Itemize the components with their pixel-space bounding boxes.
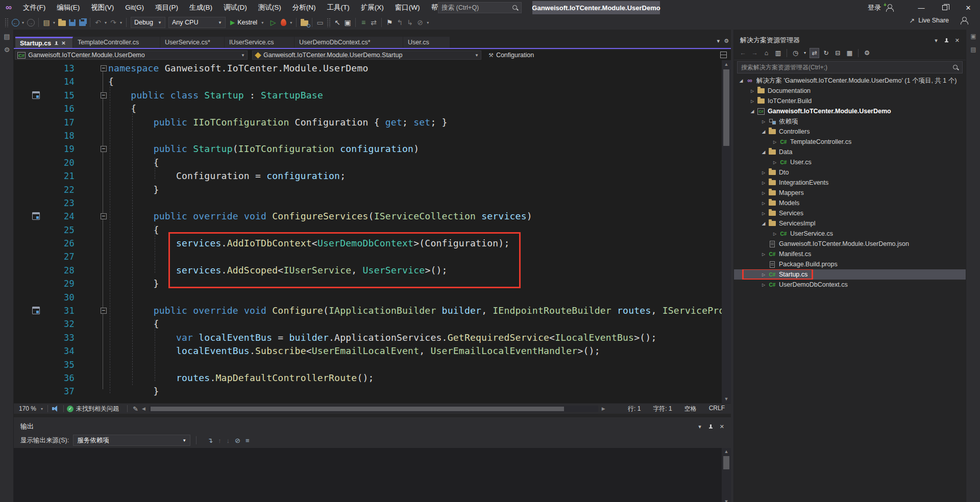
platform-combo[interactable]: Any CPU▼ bbox=[168, 17, 226, 28]
scroll-right-icon[interactable]: ▶ bbox=[600, 406, 607, 411]
tree-item-ServicesImpl[interactable]: ◢ServicesImpl bbox=[734, 218, 966, 229]
scroll-left-icon[interactable]: ◀ bbox=[140, 406, 147, 411]
tree-item-UserService.cs[interactable]: ▷C#UserService.cs bbox=[734, 229, 966, 239]
tree-chevron-icon[interactable]: ▷ bbox=[760, 283, 768, 287]
line-ending-indicator[interactable]: CRLF bbox=[703, 405, 731, 413]
tree-item-[interactable]: ▷依赖项 bbox=[734, 116, 966, 127]
menu-item-0[interactable]: 文件(F) bbox=[17, 0, 51, 15]
menu-item-9[interactable]: 工具(T) bbox=[322, 0, 355, 15]
menu-item-3[interactable]: Git(G) bbox=[119, 0, 150, 15]
tree-chevron-icon[interactable]: ▷ bbox=[760, 181, 768, 185]
fold-collapse-icon[interactable]: − bbox=[101, 146, 107, 152]
restore-button[interactable] bbox=[933, 0, 957, 15]
save-all-icon[interactable] bbox=[77, 17, 87, 28]
clear-all-icon[interactable]: ⊘ bbox=[235, 437, 240, 444]
clear-bookmarks-icon[interactable]: ⊘ bbox=[415, 17, 425, 28]
next-bookmark-icon[interactable]: ↳ bbox=[405, 17, 415, 28]
indentation-indicator[interactable]: 空格 bbox=[678, 405, 703, 413]
tab-UserDemoDbContext.cs[interactable]: UserDemoDbContext.cs* bbox=[295, 37, 403, 48]
find-in-files-icon[interactable] bbox=[299, 17, 309, 28]
close-button[interactable]: ✕ bbox=[957, 0, 980, 15]
pending-changes-filter-icon[interactable]: ◷ bbox=[791, 48, 800, 58]
caret-line-indicator[interactable]: 行: 1 bbox=[622, 405, 647, 413]
code-editor[interactable]: 13−namespace Ganweisoft.IoTCenter.Module… bbox=[14, 60, 731, 403]
output-source-combo[interactable]: 服务依赖项 ▼ bbox=[73, 435, 190, 446]
hidden-window-tab-icon[interactable]: ▤ bbox=[966, 43, 980, 56]
tree-item-Manifest.cs[interactable]: ▷C#Manifest.cs bbox=[734, 249, 966, 259]
chevron-down-icon[interactable]: ▾ bbox=[288, 20, 293, 25]
hot-reload-icon[interactable] bbox=[278, 17, 288, 28]
tree-chevron-icon[interactable]: ▷ bbox=[771, 232, 779, 236]
output-vertical-scrollbar[interactable]: ▲ ▼ bbox=[722, 448, 731, 502]
tab-User.cs[interactable]: User.cs bbox=[403, 37, 450, 48]
tree-chevron-icon[interactable]: ◢ bbox=[748, 109, 756, 114]
tree-item-Dto[interactable]: ▷Dto bbox=[734, 167, 966, 178]
navigate-backward-icon[interactable]: ← bbox=[10, 17, 20, 28]
pin-icon[interactable] bbox=[708, 424, 713, 429]
toolbox-icon[interactable]: ⚙ bbox=[0, 43, 14, 56]
tree-chevron-icon[interactable]: ▷ bbox=[748, 99, 756, 104]
chevron-down-icon[interactable]: ▾ bbox=[425, 20, 430, 25]
tree-item-Ganweisoft.IoTCenter.Module.UserDemo[interactable]: ◢C#Ganweisoft.IoTCenter.Module.UserDemo bbox=[734, 106, 966, 116]
chevron-down-icon[interactable]: ▾ bbox=[20, 20, 26, 25]
open-file-icon[interactable] bbox=[57, 17, 67, 28]
solution-configurations-icon[interactable]: ▭ bbox=[315, 17, 325, 28]
menu-item-8[interactable]: 分析(N) bbox=[287, 0, 322, 15]
output-panel-title-bar[interactable]: 输出 ▾ ✕ bbox=[14, 420, 731, 433]
tree-item-IntegrationEvents[interactable]: ▷IntegrationEvents bbox=[734, 178, 966, 188]
scroll-down-icon[interactable]: ▼ bbox=[722, 498, 731, 502]
tree-chevron-icon[interactable]: ◢ bbox=[737, 78, 745, 83]
tree-chevron-icon[interactable]: ▷ bbox=[760, 191, 768, 195]
menu-item-1[interactable]: 编辑(E) bbox=[51, 0, 85, 15]
copy-document-icon[interactable]: ▣ bbox=[342, 17, 353, 28]
tree-chevron-icon[interactable]: ▷ bbox=[760, 119, 768, 124]
tree-item-Ganweisoft.IoTCenter.Module.UserDemo11[interactable]: ◢∞解决方案 'Ganweisoft.IoTCenter.Module.User… bbox=[734, 76, 966, 86]
start-debugging-button[interactable]: ▶Kestrel▾ bbox=[228, 17, 267, 28]
cursor-select-icon[interactable]: ↖ bbox=[332, 17, 342, 28]
properties-icon[interactable]: ⚙ bbox=[862, 48, 872, 58]
redo-icon[interactable]: ↷ bbox=[108, 17, 118, 28]
format-indent-icon[interactable]: ≡ bbox=[358, 17, 369, 28]
previous-bookmark-icon[interactable]: ↰ bbox=[395, 17, 405, 28]
tree-item-User.cs[interactable]: ▷C#User.cs bbox=[734, 157, 966, 167]
close-icon[interactable]: ✕ bbox=[955, 37, 960, 44]
previous-message-icon[interactable]: ↑ bbox=[218, 437, 222, 444]
quick-search-box[interactable]: 搜索 (Ctrl+Q) bbox=[438, 2, 522, 13]
bookmark-icon[interactable]: ⚑ bbox=[384, 17, 395, 28]
back-icon[interactable]: ← bbox=[738, 48, 748, 58]
tree-item-Data[interactable]: ◢Data bbox=[734, 147, 966, 157]
tree-item-Controllers[interactable]: ◢Controllers bbox=[734, 127, 966, 137]
filter-caret-icon[interactable]: ▾ bbox=[802, 48, 807, 58]
menu-item-10[interactable]: 扩展(X) bbox=[355, 0, 389, 15]
scrollbar-thumb[interactable] bbox=[723, 69, 729, 146]
tree-chevron-icon[interactable]: ▷ bbox=[760, 170, 768, 175]
server-explorer-icon[interactable]: ▤ bbox=[0, 30, 14, 43]
tree-chevron-icon[interactable]: ▷ bbox=[760, 201, 768, 206]
save-icon[interactable] bbox=[67, 17, 77, 28]
member-dropdown[interactable]: ⚒ Configuration bbox=[486, 51, 704, 60]
minimize-button[interactable]: — bbox=[910, 0, 933, 15]
solution-explorer-title-bar[interactable]: 解决方案资源管理器 ▾ ✕ bbox=[734, 35, 966, 46]
menu-item-6[interactable]: 调试(D) bbox=[218, 0, 253, 15]
pin-icon[interactable] bbox=[944, 38, 948, 42]
goto-message-icon[interactable]: ↴ bbox=[207, 437, 213, 444]
switch-views-icon[interactable]: ▥ bbox=[773, 48, 783, 58]
health-status-label[interactable]: 未找到相关问题 bbox=[76, 405, 119, 413]
word-wrap-icon[interactable]: ≡ bbox=[246, 437, 250, 444]
tree-item-Startup.cs[interactable]: ▷C#Startup.cs bbox=[734, 269, 966, 280]
window-position-caret-icon[interactable]: ▾ bbox=[698, 423, 701, 430]
hidden-window-tab-icon[interactable]: ▣ bbox=[966, 30, 980, 43]
split-window-icon[interactable] bbox=[720, 52, 727, 58]
navigate-forward-icon[interactable]: → bbox=[26, 17, 36, 28]
tree-item-TemplateController.cs[interactable]: ▷C#TemplateController.cs bbox=[734, 137, 966, 147]
chevron-down-icon[interactable]: ▾ bbox=[103, 20, 108, 25]
tree-chevron-icon[interactable]: ◢ bbox=[760, 221, 768, 226]
live-share-area[interactable]: ↗ Live Share bbox=[909, 16, 968, 24]
tree-chevron-icon[interactable]: ▷ bbox=[771, 160, 779, 165]
new-project-icon[interactable]: ▤ bbox=[41, 17, 52, 28]
tree-item-IoTCenter.Build[interactable]: ▷IoTCenter.Build bbox=[734, 96, 966, 106]
tree-item-Package.Build.props[interactable]: Package.Build.props bbox=[734, 259, 966, 269]
pin-icon[interactable] bbox=[54, 41, 58, 45]
next-message-icon[interactable]: ↓ bbox=[227, 437, 230, 444]
refresh-icon[interactable]: ↻ bbox=[821, 48, 831, 58]
